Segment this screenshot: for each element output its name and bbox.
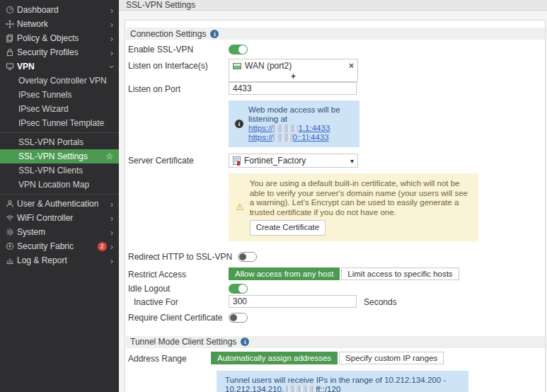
row-enable-sslvpn: Enable SSL-VPN xyxy=(128,42,545,54)
chevron-right-icon: › xyxy=(110,6,113,15)
sidebar-item-sslvpn-settings[interactable]: SSL-VPN Settings ☆ xyxy=(0,149,119,163)
interface-icon xyxy=(233,63,241,69)
row-listen-interfaces: Listen on Interface(s) WAN (port2) × + xyxy=(128,59,545,82)
sidebar-item-label: Log & Report xyxy=(17,255,67,265)
sidebar-item-sslvpn-portals[interactable]: SSL-VPN Portals xyxy=(0,135,119,149)
notice-text: Web mode access will be listening at htt… xyxy=(248,105,353,142)
address-range-segment: Automatically assign addresses Specify c… xyxy=(211,352,444,364)
auto-assign-button[interactable]: Automatically assign addresses xyxy=(211,352,338,364)
remove-interface-icon[interactable]: × xyxy=(349,62,354,70)
info-icon[interactable]: i xyxy=(241,338,249,346)
row-listen-port: Listen on Port xyxy=(128,82,545,95)
row-tunnel-notice: Tunnel users will receive IPs in the ran… xyxy=(128,371,545,392)
notice-line: ff::/120 xyxy=(316,385,340,392)
notice-line: 10.212.134.210, xyxy=(225,385,284,392)
page-header: SSL-VPN Settings xyxy=(119,0,547,11)
sidebar-item-label: IPsec Tunnels xyxy=(18,90,71,100)
sidebar-item-label: Dashboard xyxy=(17,5,59,15)
sidebar-item-vpn[interactable]: VPN › xyxy=(0,59,119,74)
user-icon xyxy=(6,200,17,208)
interface-entry[interactable]: WAN (port2) × xyxy=(229,59,357,72)
sidebar-item-ipsec-tunnels[interactable]: IPsec Tunnels xyxy=(0,88,119,102)
sidebar-item-ipsec-wizard[interactable]: IPsec Wizard xyxy=(0,102,119,116)
sidebar-item-network[interactable]: Network › xyxy=(0,17,119,31)
sidebar-item-label: SSL-VPN Settings xyxy=(18,151,88,161)
limit-hosts-button[interactable]: Limit access to specific hosts xyxy=(341,267,459,280)
sidebar-item-wifi-controller[interactable]: WiFi Controller › xyxy=(0,211,119,225)
dashboard-icon xyxy=(6,6,17,14)
allow-any-host-button[interactable]: Allow access from any host xyxy=(229,267,340,280)
section-title: Connection Settings xyxy=(130,29,206,39)
link-prefix: https:// xyxy=(248,124,273,132)
web-mode-notice: i Web mode access will be listening at h… xyxy=(229,100,359,147)
info-icon[interactable]: i xyxy=(210,30,219,38)
favorite-star-icon[interactable]: ☆ xyxy=(105,151,113,161)
sidebar-divider xyxy=(0,194,119,195)
sidebar-divider xyxy=(0,132,119,133)
row-web-mode-notice: i Web mode access will be listening at h… xyxy=(128,100,545,147)
add-interface-button[interactable]: + xyxy=(229,72,357,81)
caret-down-icon: ▾ xyxy=(350,157,354,165)
warning-content: You are using a default built-in certifi… xyxy=(250,179,471,236)
sidebar-item-log-report[interactable]: Log & Report › xyxy=(0,253,119,267)
create-certificate-button[interactable]: Create Certificate xyxy=(250,220,326,236)
sidebar-item-sslvpn-clients[interactable]: SSL-VPN Clients xyxy=(0,163,119,178)
sidebar-item-label: VPN xyxy=(17,62,35,71)
notice-line: Web mode access will be listening at xyxy=(248,105,340,123)
notification-badge: 2 xyxy=(98,242,107,251)
field-label-spacer xyxy=(128,371,205,373)
row-cert-warning: ⚠ You are using a default built-in certi… xyxy=(128,173,545,241)
settings-card: Connection Settings i Enable SSL-VPN Lis… xyxy=(125,20,546,392)
redacted-text xyxy=(286,386,316,392)
row-address-range: Address Range Automatically assign addre… xyxy=(128,352,545,364)
sidebar-item-label: VPN Location Map xyxy=(18,180,89,190)
sidebar: Dashboard › Network › Policy & Objects ›… xyxy=(0,0,119,392)
custom-ranges-button[interactable]: Specify custom IP ranges xyxy=(339,352,444,364)
tunnel-range-notice: Tunnel users will receive IPs in the ran… xyxy=(217,371,468,392)
sidebar-item-overlay-controller-vpn[interactable]: Overlay Controller VPN xyxy=(0,74,119,88)
redirect-http-toggle[interactable] xyxy=(238,252,257,262)
sidebar-item-user-authentication[interactable]: User & Authentication › xyxy=(0,197,119,211)
sidebar-item-policy-objects[interactable]: Policy & Objects › xyxy=(0,31,119,45)
app-window: Dashboard › Network › Policy & Objects ›… xyxy=(0,0,547,392)
sidebar-item-label: Security Fabric xyxy=(17,241,74,251)
redacted-text xyxy=(273,125,299,132)
chevron-right-icon: › xyxy=(110,256,113,265)
idle-logout-toggle[interactable] xyxy=(229,284,248,294)
enable-sslvpn-toggle[interactable] xyxy=(229,45,248,54)
content-area: Connection Settings i Enable SSL-VPN Lis… xyxy=(119,11,547,392)
field-label: Redirect HTTP to SSL-VPN xyxy=(128,250,232,262)
field-label: Listen on Port xyxy=(128,82,223,94)
field-label: Inactive For xyxy=(128,295,223,307)
sidebar-item-label: Policy & Objects xyxy=(17,33,79,43)
field-label: Restrict Access xyxy=(128,267,223,279)
sidebar-item-label: Overlay Controller VPN xyxy=(18,76,107,86)
sidebar-item-system[interactable]: System › xyxy=(0,225,119,239)
listen-port-input[interactable] xyxy=(229,82,357,95)
server-certificate-select[interactable]: Fortinet_Factory ▾ xyxy=(229,154,358,168)
sidebar-item-security-fabric[interactable]: Security Fabric 2 › xyxy=(0,239,119,253)
inactive-for-input[interactable] xyxy=(229,295,357,308)
interface-name: WAN (port2) xyxy=(245,61,292,71)
selected-certificate: Fortinet_Factory xyxy=(244,156,306,166)
info-icon: i xyxy=(235,120,243,128)
page-title: SSL-VPN Settings xyxy=(126,0,195,10)
chevron-right-icon: › xyxy=(110,242,113,251)
gear-icon xyxy=(6,228,17,236)
web-mode-link-1[interactable]: https://1.1:4433 xyxy=(248,124,330,132)
require-client-cert-toggle[interactable] xyxy=(229,313,248,323)
sidebar-item-ipsec-tunnel-template[interactable]: IPsec Tunnel Template xyxy=(0,116,119,130)
wifi-icon xyxy=(6,214,17,222)
web-mode-link-2[interactable]: https://0::1]:4433 xyxy=(248,133,329,142)
notice-line: Tunnel users will receive IPs in the ran… xyxy=(225,376,446,384)
row-require-client-cert: Require Client Certificate xyxy=(128,311,545,323)
sidebar-item-vpn-location-map[interactable]: VPN Location Map xyxy=(0,178,119,192)
lock-icon xyxy=(6,48,17,57)
row-server-certificate: Server Certificate Fortinet_Factory ▾ xyxy=(128,154,545,168)
sidebar-item-label: Security Profiles xyxy=(17,47,79,57)
security-fabric-icon xyxy=(6,242,17,250)
sidebar-item-dashboard[interactable]: Dashboard › xyxy=(0,3,119,17)
section-tunnel-mode: Tunnel Mode Client Settings i xyxy=(126,336,545,348)
sidebar-item-security-profiles[interactable]: Security Profiles › xyxy=(0,45,119,59)
field-label: Server Certificate xyxy=(128,154,223,166)
